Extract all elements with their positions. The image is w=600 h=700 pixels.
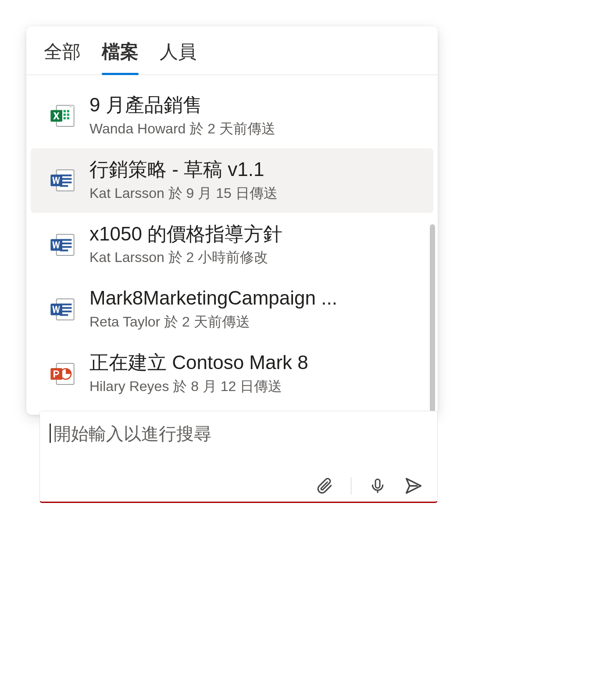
compose-actions: [50, 476, 428, 495]
powerpoint-icon: [48, 360, 76, 388]
search-suggestions-popup: 全部 檔案 人員 9 月產品銷售 Wanda Howard 於 2 天前傳送 行…: [26, 26, 438, 415]
file-results-list: 9 月產品銷售 Wanda Howard 於 2 天前傳送 行銷策略 - 草稿 …: [26, 75, 438, 415]
text-cursor: [50, 424, 51, 443]
scrollbar-thumb[interactable]: [430, 224, 435, 415]
compose-box[interactable]: 開始輸入以進行搜尋: [39, 411, 438, 503]
tab-people[interactable]: 人員: [160, 39, 196, 75]
file-subtitle: Kat Larsson 於 2 小時前修改: [89, 248, 416, 267]
file-title: 正在建立 Contoso Mark 8: [89, 351, 416, 374]
file-result-item[interactable]: x1050 的價格指導方針 Kat Larsson 於 2 小時前修改: [31, 213, 433, 277]
file-title: x1050 的價格指導方針: [89, 223, 416, 246]
compose-input-area[interactable]: 開始輸入以進行搜尋: [50, 422, 428, 446]
file-title: 行銷策略 - 草稿 v1.1: [89, 158, 416, 181]
file-subtitle: Wanda Howard 於 2 天前傳送: [89, 119, 416, 139]
file-subtitle: Kat Larsson 於 9 月 15 日傳送: [89, 184, 416, 203]
mic-icon[interactable]: [369, 477, 386, 495]
send-icon[interactable]: [404, 476, 423, 495]
compose-placeholder: 開始輸入以進行搜尋: [54, 422, 211, 446]
file-result-item[interactable]: Mark8MarketingCampaign ... Reta Taylor 於…: [31, 277, 433, 341]
file-title: 9 月產品銷售: [89, 93, 416, 117]
file-result-item[interactable]: 行銷策略 - 草稿 v1.1 Kat Larsson 於 9 月 15 日傳送: [31, 148, 433, 213]
file-title: Mark8MarketingCampaign ...: [89, 287, 416, 310]
excel-icon: [48, 102, 76, 130]
tabs-bar: 全部 檔案 人員: [26, 26, 438, 75]
word-icon: [48, 166, 76, 194]
file-result-item[interactable]: 9 月產品銷售 Wanda Howard 於 2 天前傳送: [31, 84, 433, 148]
divider: [351, 477, 351, 495]
tab-files[interactable]: 檔案: [102, 39, 139, 75]
file-result-item[interactable]: 正在建立 Contoso Mark 8 Hilary Reyes 於 8 月 1…: [31, 341, 433, 406]
tab-all[interactable]: 全部: [44, 39, 81, 75]
file-subtitle: Reta Taylor 於 2 天前傳送: [89, 312, 416, 332]
file-subtitle: Hilary Reyes 於 8 月 12 日傳送: [89, 377, 416, 396]
word-icon: [48, 295, 76, 323]
attach-icon[interactable]: [316, 477, 333, 495]
word-icon: [48, 231, 76, 259]
